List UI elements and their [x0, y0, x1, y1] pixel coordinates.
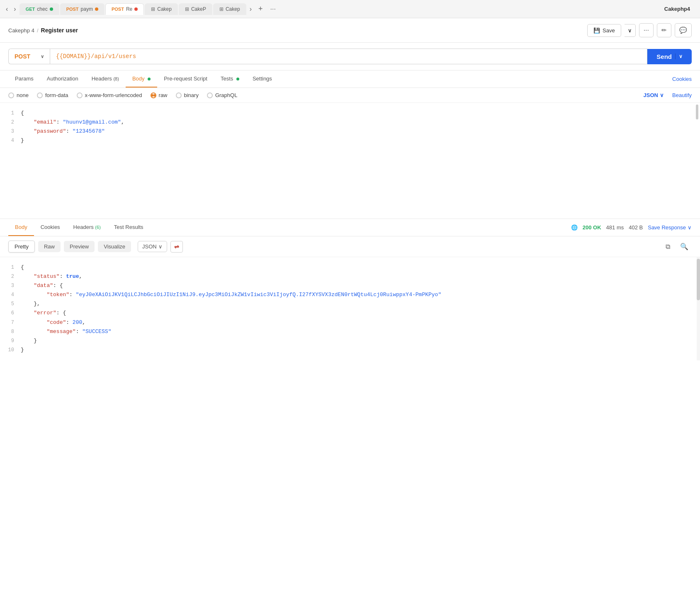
url-bar: POST ∨ Send ∨ [0, 43, 700, 71]
search-response-button[interactable]: 🔍 [677, 241, 692, 252]
code-line-4: 4 } [4, 136, 700, 145]
tab-label: Cakep [226, 6, 240, 12]
resp-code-line-10: 10 } [4, 345, 700, 355]
line-number: 5 [4, 299, 21, 309]
wrap-button[interactable]: ⇌ [170, 241, 183, 253]
line-number: 4 [4, 290, 21, 299]
code-content: "code": 200, [21, 318, 700, 327]
method-select[interactable]: POST ∨ [8, 49, 50, 64]
tab-pre-request[interactable]: Pre-request Script [157, 71, 214, 88]
resp-view-preview[interactable]: Preview [64, 241, 95, 252]
header-bar: Cakephp 4 / Register user 💾 Save ∨ ··· ✏… [0, 18, 700, 43]
body-type-raw-label: raw [159, 92, 168, 98]
radio-form-data [37, 92, 43, 98]
tab-label: Re [126, 6, 132, 12]
save-response-button[interactable]: Save Response ∨ [648, 224, 692, 231]
resp-code-line-7: 7 "code": 200, [4, 318, 700, 327]
line-number: 8 [4, 327, 21, 336]
tab-method-get: GET [26, 7, 35, 12]
code-content: }, [21, 299, 700, 309]
resp-code-line-8: 8 "message": "SUCCESS" [4, 327, 700, 336]
tab-tests[interactable]: Tests [214, 71, 246, 88]
response-status: 🌐 200 OK 481 ms 402 B Save Response ∨ [571, 224, 692, 231]
code-content: { [21, 263, 700, 272]
tab-nav-next[interactable]: › [11, 4, 18, 15]
tab-label: paym [81, 6, 93, 12]
tab-dot-red [134, 7, 138, 11]
copy-response-button[interactable]: ⧉ [662, 241, 673, 252]
resp-tab-headers[interactable]: Headers (6) [67, 219, 107, 236]
body-type-raw[interactable]: raw [151, 92, 168, 98]
editor-scrollbar-thumb [696, 105, 698, 119]
save-icon: 💾 [593, 27, 600, 34]
body-type-binary[interactable]: binary [176, 92, 199, 98]
resp-code-line-1: 1 { [4, 263, 700, 272]
breadcrumb: Cakephp 4 / Register user [8, 27, 584, 34]
add-tab-button[interactable]: + [255, 3, 266, 15]
response-size: 402 B [629, 224, 643, 231]
body-type-none[interactable]: none [8, 92, 29, 98]
resp-code-line-5: 5 }, [4, 299, 700, 309]
line-number: 10 [4, 345, 21, 355]
request-title: Register user [41, 27, 78, 34]
tab-authorization[interactable]: Authorization [40, 71, 85, 88]
tab-nav-more-arrow[interactable]: › [247, 4, 254, 15]
cookies-button[interactable]: Cookies [672, 71, 692, 87]
body-type-urlencoded[interactable]: x-www-form-urlencoded [77, 92, 142, 98]
tab-post-paym[interactable]: POST paym [60, 3, 105, 15]
send-button[interactable]: Send ∨ [647, 49, 692, 64]
tab-cakep-1[interactable]: ⊞ Cakep [145, 3, 178, 15]
tab-cakep-2[interactable]: ⊞ CakeP [179, 3, 212, 15]
resp-code-line-4: 4 "token": "eyJ0eXAiOiJKV1QiLCJhbGciOiJI… [4, 290, 700, 299]
resp-tab-body[interactable]: Body [8, 219, 34, 236]
tab-bar: ‹ › GET chec POST paym POST Re ⊞ Cakep ⊞… [0, 0, 700, 18]
resp-json-format-select[interactable]: JSON ∨ [138, 241, 167, 252]
edit-button[interactable]: ✏ [657, 23, 671, 37]
code-content: "token": "eyJ0eXAiOiJKV1QiLCJhbGciOiJIUz… [21, 290, 700, 299]
resp-tab-cookies[interactable]: Cookies [34, 219, 67, 236]
tab-post-re-active[interactable]: POST Re [105, 3, 144, 15]
tab-body[interactable]: Body [126, 71, 157, 88]
tab-headers[interactable]: Headers (8) [85, 71, 126, 88]
tab-more-button[interactable]: ··· [267, 4, 279, 15]
header-more-button[interactable]: ··· [639, 23, 654, 37]
beautify-button[interactable]: Beautify [672, 92, 692, 98]
tab-nav-prev[interactable]: ‹ [3, 4, 10, 15]
response-scrollbar[interactable] [697, 257, 700, 360]
save-dropdown-button[interactable]: ∨ [625, 24, 636, 37]
resp-json-arrow: ∨ [158, 243, 163, 250]
request-body-editor[interactable]: 1 { 2 "email": "huunv1@gmail.com", 3 "pa… [0, 103, 700, 219]
resp-json-label: JSON [142, 243, 157, 250]
code-content: } [21, 136, 700, 145]
save-button[interactable]: 💾 Save [587, 24, 621, 37]
code-line-2: 2 "email": "huunv1@gmail.com", [4, 118, 700, 127]
tab-params[interactable]: Params [8, 71, 40, 88]
resp-view-visualize[interactable]: Visualize [98, 241, 131, 252]
code-content: } [21, 345, 700, 355]
radio-binary [176, 92, 182, 98]
tab-dot-green [50, 7, 53, 11]
comment-button[interactable]: 💬 [675, 23, 692, 37]
tab-label: chec [37, 6, 47, 12]
send-label: Send [656, 53, 672, 60]
resp-view-pretty[interactable]: Pretty [8, 241, 35, 253]
body-type-binary-label: binary [184, 92, 199, 98]
json-key: "password" [21, 128, 66, 134]
tab-label: CakeP [191, 6, 206, 12]
line-number: 9 [4, 336, 21, 345]
tab-settings[interactable]: Settings [246, 71, 279, 88]
body-type-form-data[interactable]: form-data [37, 92, 68, 98]
tab-get-chec[interactable]: GET chec [19, 3, 59, 15]
code-content: "error": { [21, 309, 700, 318]
response-tabs-bar: Body Cookies Headers (6) Test Results 🌐 … [0, 219, 700, 236]
resp-view-raw[interactable]: Raw [38, 241, 61, 252]
body-type-graphql[interactable]: GraphQL [207, 92, 237, 98]
resp-code-line-2: 2 "status": true, [4, 272, 700, 281]
json-format-select[interactable]: JSON ∨ [644, 92, 664, 98]
line-number: 1 [4, 263, 21, 272]
save-response-label: Save Response [648, 224, 686, 231]
resp-tab-test-results[interactable]: Test Results [107, 219, 150, 236]
url-input[interactable] [50, 49, 647, 64]
tab-cakep-3[interactable]: ⊞ Cakep [213, 3, 246, 15]
body-type-none-label: none [17, 92, 29, 98]
